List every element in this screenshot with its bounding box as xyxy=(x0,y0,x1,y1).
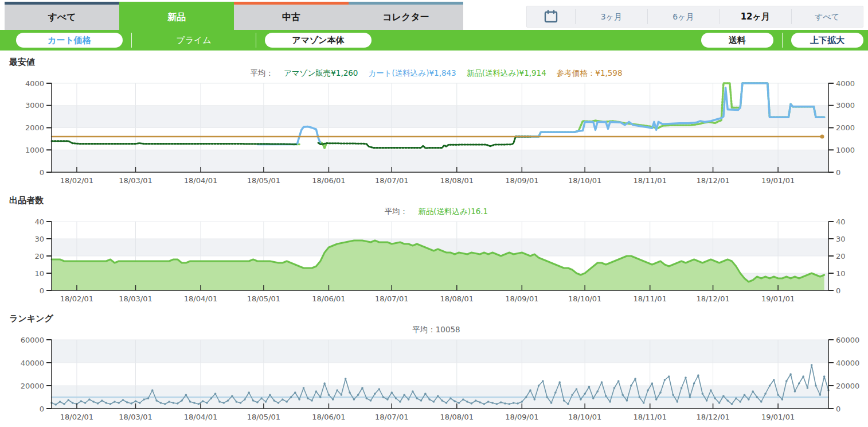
svg-text:4000: 4000 xyxy=(836,80,855,88)
toolbar-divider xyxy=(131,33,132,48)
svg-text:1000: 1000 xyxy=(836,146,855,154)
average-legend: 平均：10058 xyxy=(5,325,868,337)
section-seller-count: 出品者数 平均：新品(送料込み)16.1 0010102020303040401… xyxy=(5,189,868,307)
average-segment: 平均：10058 xyxy=(412,325,460,334)
svg-text:2000: 2000 xyxy=(836,123,855,132)
svg-text:19/01/01: 19/01/01 xyxy=(761,294,795,303)
average-segment: 新品(送料込み)¥1,914 xyxy=(467,68,546,77)
toolbar-button-上下拡大[interactable]: 上下拡大 xyxy=(791,33,863,48)
svg-text:18/05/01: 18/05/01 xyxy=(247,413,280,421)
tab-新品[interactable]: 新品 xyxy=(119,2,234,30)
tab-label: すべて xyxy=(5,5,119,30)
svg-text:18/06/01: 18/06/01 xyxy=(312,294,345,303)
calendar-icon xyxy=(544,9,558,24)
svg-text:3000: 3000 xyxy=(25,101,44,110)
svg-text:18/10/01: 18/10/01 xyxy=(568,413,601,421)
svg-text:18/12/01: 18/12/01 xyxy=(696,176,729,185)
svg-text:60000: 60000 xyxy=(21,337,44,344)
svg-text:18/07/01: 18/07/01 xyxy=(375,294,408,303)
svg-text:18/04/01: 18/04/01 xyxy=(184,176,217,185)
svg-text:20: 20 xyxy=(836,252,846,261)
svg-text:0: 0 xyxy=(40,405,44,413)
svg-text:18/11/01: 18/11/01 xyxy=(634,294,667,303)
svg-text:18/02/01: 18/02/01 xyxy=(60,413,93,421)
svg-text:2000: 2000 xyxy=(25,123,44,132)
section-lowest-price: 最安値 平均：アマゾン販売¥1,260カート(送料込み)¥1,843新品(送料込… xyxy=(5,51,868,189)
svg-text:18/03/01: 18/03/01 xyxy=(119,176,152,185)
toolbar-divider xyxy=(256,33,256,48)
svg-text:40000: 40000 xyxy=(836,359,859,367)
average-legend: 平均：アマゾン販売¥1,260カート(送料込み)¥1,843新品(送料込み)¥1… xyxy=(5,68,868,80)
svg-text:18/04/01: 18/04/01 xyxy=(184,294,217,303)
svg-text:18/11/01: 18/11/01 xyxy=(634,413,667,421)
tab-すべて[interactable]: すべて xyxy=(5,2,119,30)
svg-text:18/05/01: 18/05/01 xyxy=(247,176,280,185)
svg-text:18/10/01: 18/10/01 xyxy=(568,176,601,185)
svg-text:10: 10 xyxy=(836,269,846,278)
section-title: ランキング xyxy=(5,307,868,325)
svg-text:20000: 20000 xyxy=(21,382,44,390)
svg-text:40000: 40000 xyxy=(21,359,44,367)
svg-text:18/02/01: 18/02/01 xyxy=(60,176,93,185)
toolbar-button-カート価格[interactable]: カート価格 xyxy=(16,33,123,48)
date-range-bar: 3ヶ月6ヶ月12ヶ月すべて xyxy=(526,6,863,28)
svg-text:18/09/01: 18/09/01 xyxy=(505,413,538,421)
svg-text:18/09/01: 18/09/01 xyxy=(505,294,538,303)
svg-text:19/01/01: 19/01/01 xyxy=(761,176,795,185)
section-title: 出品者数 xyxy=(5,189,868,207)
svg-text:0: 0 xyxy=(836,405,840,413)
svg-text:18/12/01: 18/12/01 xyxy=(696,413,729,421)
svg-text:0: 0 xyxy=(836,286,840,295)
average-segment: アマゾン販売¥1,260 xyxy=(284,68,358,77)
toolbar-right-group: 送料上下拡大 xyxy=(701,33,863,48)
svg-text:18/08/01: 18/08/01 xyxy=(440,413,474,421)
tab-label: コレクター xyxy=(349,5,463,30)
svg-text:10: 10 xyxy=(34,269,44,278)
svg-text:40: 40 xyxy=(34,219,44,226)
ranking-chart[interactable]: 0020000200004000040000600006000018/02/01… xyxy=(5,337,863,425)
svg-text:1000: 1000 xyxy=(25,146,44,154)
svg-text:30: 30 xyxy=(34,235,44,243)
range-option-12ヶ月[interactable]: 12ヶ月 xyxy=(719,9,791,24)
series-toolbar: カート価格プライムアマゾン本体 送料上下拡大 xyxy=(0,30,868,51)
average-segment: 参考価格：¥1,598 xyxy=(557,68,623,77)
range-option-6ヶ月[interactable]: 6ヶ月 xyxy=(647,9,720,24)
toolbar-button-プライム[interactable]: プライム xyxy=(140,35,247,46)
svg-text:0: 0 xyxy=(836,168,840,177)
calendar-button[interactable] xyxy=(527,9,575,24)
average-segment: カート(送料込み)¥1,843 xyxy=(368,68,456,77)
svg-text:19/01/01: 19/01/01 xyxy=(761,413,795,421)
tab-label: 中古 xyxy=(234,5,349,30)
svg-text:18/05/01: 18/05/01 xyxy=(247,294,280,303)
svg-text:18/11/01: 18/11/01 xyxy=(634,176,667,185)
toolbar-divider xyxy=(782,33,783,48)
svg-text:60000: 60000 xyxy=(836,337,859,344)
tab-コレクター[interactable]: コレクター xyxy=(349,2,463,30)
svg-text:18/09/01: 18/09/01 xyxy=(505,176,538,185)
svg-text:3000: 3000 xyxy=(836,101,855,110)
svg-text:30: 30 xyxy=(836,235,846,243)
seller-count-chart[interactable]: 00101020203030404018/02/0118/03/0118/04/… xyxy=(5,219,863,307)
range-options: 3ヶ月6ヶ月12ヶ月すべて xyxy=(575,9,863,24)
svg-text:18/06/01: 18/06/01 xyxy=(312,176,345,185)
svg-text:18/06/01: 18/06/01 xyxy=(312,413,345,421)
svg-text:18/10/01: 18/10/01 xyxy=(568,294,601,303)
range-option-3ヶ月[interactable]: 3ヶ月 xyxy=(575,9,647,24)
svg-text:0: 0 xyxy=(40,286,44,295)
tab-中古[interactable]: 中古 xyxy=(234,2,349,30)
toolbar-button-送料[interactable]: 送料 xyxy=(701,33,773,48)
svg-text:18/08/01: 18/08/01 xyxy=(440,294,474,303)
tab-label: 新品 xyxy=(119,5,234,30)
toolbar-button-アマゾン本体[interactable]: アマゾン本体 xyxy=(265,33,372,48)
top-bar: すべて新品中古コレクター 3ヶ月6ヶ月12ヶ月すべて カート価格プライムアマゾン… xyxy=(0,0,868,51)
average-segment: 平均： xyxy=(250,68,273,77)
svg-text:40: 40 xyxy=(836,219,846,226)
average-segment: 平均： xyxy=(385,207,408,216)
svg-text:18/12/01: 18/12/01 xyxy=(696,294,729,303)
average-legend: 平均：新品(送料込み)16.1 xyxy=(5,207,868,219)
svg-text:4000: 4000 xyxy=(25,80,44,88)
svg-text:18/04/01: 18/04/01 xyxy=(184,413,217,421)
price-chart[interactable]: 001000100020002000300030004000400018/02/… xyxy=(5,80,863,189)
section-title: 最安値 xyxy=(5,51,868,68)
range-option-すべて[interactable]: すべて xyxy=(791,9,863,24)
